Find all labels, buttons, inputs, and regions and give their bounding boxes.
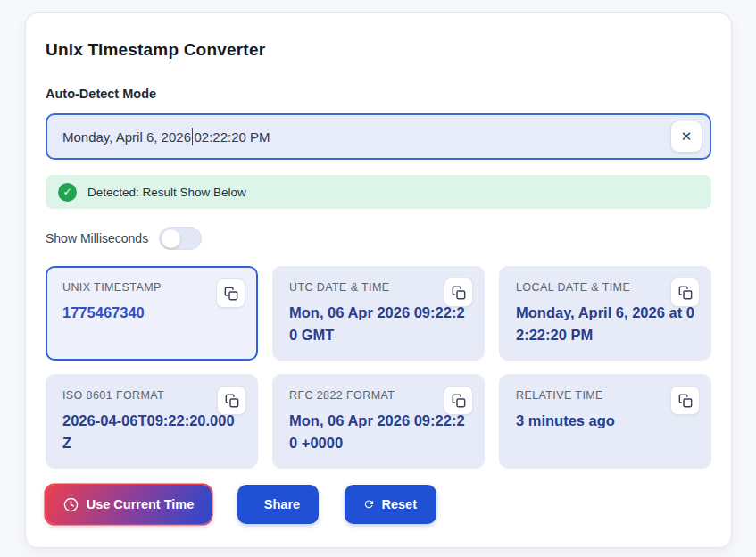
- clear-input-button[interactable]: ✕: [670, 121, 702, 153]
- copy-icon: [678, 286, 693, 300]
- copy-button[interactable]: [444, 278, 473, 307]
- datetime-input[interactable]: Monday, April 6, 2026 02:22:20 PM ✕: [46, 113, 711, 160]
- result-value: 1775467340: [62, 302, 241, 324]
- page-title: Unix Timestamp Converter: [46, 40, 711, 60]
- share-button[interactable]: Share: [237, 485, 319, 524]
- copy-button[interactable]: [670, 278, 700, 307]
- close-icon: ✕: [681, 129, 693, 145]
- use-current-time-button[interactable]: Use Current Time: [46, 485, 212, 524]
- result-value: Mon, 06 Apr 2026 09:22:20 GMT: [289, 302, 468, 346]
- result-label: RFC 2822 FORMAT: [289, 389, 468, 402]
- result-value: 2026-04-06T09:22:20.000Z: [62, 410, 241, 454]
- result-card-unix-timestamp: UNIX TIMESTAMP 1775467340: [46, 266, 258, 361]
- result-card-local: LOCAL DATE & TIME Monday, April 6, 2026 …: [499, 266, 711, 361]
- copy-button[interactable]: [216, 278, 245, 308]
- copy-icon: [678, 394, 693, 408]
- converter-panel: Unix Timestamp Converter Auto-Detect Mod…: [25, 12, 732, 548]
- copy-icon: [224, 287, 238, 301]
- mode-label: Auto-Detect Mode: [46, 87, 711, 101]
- result-label: ISO 8601 FORMAT: [62, 389, 241, 402]
- copy-icon: [225, 394, 239, 408]
- use-current-time-label: Use Current Time: [87, 497, 195, 511]
- text-caret: [192, 128, 194, 145]
- reset-icon: [364, 497, 374, 511]
- results-grid: UNIX TIMESTAMP 1775467340 UTC DATE & TIM…: [46, 266, 711, 469]
- action-buttons-row: Use Current Time Share Reset: [46, 485, 711, 524]
- clock-icon: [63, 497, 79, 512]
- milliseconds-toggle-label: Show Milliseconds: [46, 231, 148, 245]
- reset-button[interactable]: Reset: [345, 485, 436, 524]
- detection-status-text: Detected: Result Show Below: [87, 186, 246, 199]
- milliseconds-toggle-row: Show Milliseconds: [46, 227, 711, 250]
- milliseconds-toggle[interactable]: [159, 227, 202, 250]
- result-label: UTC DATE & TIME: [289, 281, 468, 294]
- result-value: Monday, April 6, 2026 at 02:22:20 PM: [516, 302, 694, 346]
- reset-label: Reset: [382, 497, 418, 511]
- result-value: 3 minutes ago: [516, 410, 694, 432]
- datetime-date-part: Monday, April 6, 2026: [62, 129, 191, 145]
- datetime-time-part: 02:22:20 PM: [194, 129, 270, 145]
- copy-icon: [452, 394, 466, 408]
- copy-icon: [452, 286, 466, 300]
- result-card-utc: UTC DATE & TIME Mon, 06 Apr 2026 09:22:2…: [272, 266, 485, 361]
- result-card-iso8601: ISO 8601 FORMAT 2026-04-06T09:22:20.000Z: [46, 374, 258, 469]
- check-circle-icon: ✓: [58, 183, 77, 202]
- detection-status-banner: ✓ Detected: Result Show Below: [46, 175, 711, 209]
- result-value: Mon, 06 Apr 2026 09:22:20 +0000: [289, 410, 468, 454]
- result-card-rfc2822: RFC 2822 FORMAT Mon, 06 Apr 2026 09:22:2…: [272, 374, 485, 469]
- copy-button[interactable]: [217, 386, 246, 415]
- result-label: RELATIVE TIME: [516, 389, 694, 402]
- result-card-relative: RELATIVE TIME 3 minutes ago: [499, 374, 711, 469]
- copy-button[interactable]: [444, 386, 473, 415]
- copy-button[interactable]: [670, 386, 700, 415]
- result-label: LOCAL DATE & TIME: [516, 281, 694, 294]
- result-label: UNIX TIMESTAMP: [62, 281, 241, 294]
- datetime-input-value[interactable]: Monday, April 6, 2026 02:22:20 PM: [62, 128, 670, 145]
- toggle-knob: [162, 229, 180, 248]
- share-label: Share: [264, 497, 300, 511]
